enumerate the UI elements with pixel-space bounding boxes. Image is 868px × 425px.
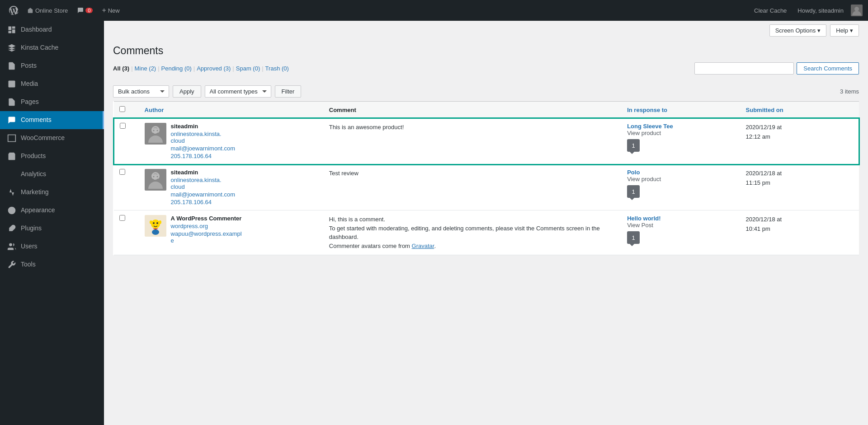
- row1-view-product[interactable]: View product: [627, 130, 661, 136]
- sidebar-item-appearance[interactable]: Appearance: [0, 201, 104, 220]
- svg-point-28: [152, 229, 159, 235]
- filter-trash[interactable]: Trash (0): [265, 65, 289, 72]
- sidebar-label-plugins: Plugins: [21, 224, 42, 233]
- svg-point-25: [156, 222, 158, 224]
- clear-cache-btn[interactable]: Clear Cache: [750, 7, 790, 14]
- col-author[interactable]: Author: [139, 102, 324, 118]
- table-row: siteadmin onlinestorea.kinsta.cloud mail…: [114, 118, 859, 164]
- row1-response-count: 1: [627, 139, 640, 152]
- posts-icon: [7, 61, 16, 70]
- row2-response-title[interactable]: Polo: [627, 169, 640, 176]
- search-comments-button[interactable]: Search Comments: [797, 62, 859, 75]
- row3-comment: Hi, this is a comment. To get started wi…: [324, 210, 622, 255]
- filter-approved[interactable]: Approved (3): [197, 65, 231, 72]
- row3-response: Hello world! View Post 1: [622, 210, 740, 255]
- filter-spam[interactable]: Spam (0): [236, 65, 260, 72]
- svg-point-27: [159, 220, 161, 224]
- filter-pending[interactable]: Pending (0): [161, 65, 192, 72]
- sidebar-item-plugins[interactable]: Plugins: [0, 220, 104, 238]
- svg-point-13: [9, 243, 12, 247]
- row1-cb: [114, 118, 139, 164]
- howdy-user[interactable]: Howdy, siteadmin: [794, 7, 847, 14]
- appearance-icon: [7, 206, 16, 215]
- comments-table: Author Comment In response to Submitted …: [113, 101, 859, 255]
- table-header-row: Author Comment In response to Submitted …: [114, 102, 859, 118]
- svg-point-20: [153, 176, 154, 177]
- search-input[interactable]: [694, 62, 794, 75]
- filter-all[interactable]: All (3): [113, 65, 129, 72]
- row1-author-email[interactable]: mail@joewarnimont.com: [171, 145, 236, 152]
- sidebar-item-pages[interactable]: Pages: [0, 93, 104, 111]
- row2-author-url[interactable]: onlinestorea.kinsta.cloud: [171, 177, 236, 190]
- sidebar-item-products[interactable]: Products: [0, 147, 104, 165]
- row3-author-email[interactable]: wapuu@wordpress.example: [171, 230, 242, 244]
- row3-author-url[interactable]: wordpress.org: [171, 223, 242, 229]
- apply-button[interactable]: Apply: [173, 85, 201, 98]
- row2-checkbox[interactable]: [119, 169, 125, 175]
- dashboard-icon: [7, 25, 16, 34]
- sidebar-item-marketing[interactable]: Marketing: [0, 183, 104, 201]
- row1-author-name: siteadmin: [171, 123, 236, 130]
- row1-author-ip[interactable]: 205.178.106.64: [171, 153, 236, 159]
- row1-checkbox[interactable]: [120, 123, 126, 129]
- row1-submitted-date: 2020/12/19 at: [746, 124, 782, 131]
- row3-response-title[interactable]: Hello world!: [627, 215, 660, 222]
- svg-point-21: [156, 176, 158, 177]
- svg-point-24: [153, 222, 155, 224]
- comments-icon: [7, 116, 16, 125]
- sidebar-item-kinsta-cache[interactable]: Kinsta Cache: [0, 39, 104, 57]
- col-cb: [114, 102, 139, 118]
- bulk-actions-select[interactable]: Bulk actions Approve Mark as Spam Move t…: [113, 85, 169, 98]
- row3-cb: [114, 210, 139, 255]
- svg-point-0: [854, 7, 859, 11]
- col-response[interactable]: In response to: [622, 102, 740, 118]
- sidebar-item-analytics[interactable]: Analytics: [0, 165, 104, 183]
- row1-author: siteadmin onlinestorea.kinsta.cloud mail…: [139, 118, 324, 164]
- sidebar-item-woocommerce[interactable]: WooCommerce: [0, 129, 104, 147]
- svg-point-4: [10, 82, 11, 84]
- row1-response-title[interactable]: Long Sleeve Tee: [627, 123, 673, 130]
- kinsta-icon: [7, 43, 16, 52]
- row3-checkbox[interactable]: [119, 215, 125, 221]
- admin-avatar[interactable]: [851, 5, 863, 16]
- comment-types-select[interactable]: All comment types Comments Pings: [205, 85, 271, 98]
- comments-bubble[interactable]: 0: [73, 7, 96, 14]
- app-body: Dashboard Kinsta Cache Posts Media: [0, 21, 868, 425]
- sidebar-item-comments[interactable]: Comments: [0, 111, 104, 129]
- row1-response: Long Sleeve Tee View product 1: [622, 118, 740, 164]
- row2-author-email[interactable]: mail@joewarnimont.com: [171, 191, 236, 198]
- page-title: Comments: [113, 45, 859, 57]
- col-submitted[interactable]: Submitted on: [741, 102, 859, 118]
- row2-view-product[interactable]: View product: [627, 176, 661, 182]
- sidebar-item-users[interactable]: Users: [0, 238, 104, 256]
- sidebar-label-comments: Comments: [21, 116, 52, 125]
- row2-submitted: 2020/12/18 at 11:15 pm: [741, 164, 859, 210]
- sidebar-item-tools[interactable]: Tools: [0, 256, 104, 274]
- sidebar-item-posts[interactable]: Posts: [0, 57, 104, 75]
- row3-view-post[interactable]: View Post: [627, 222, 653, 229]
- col-comment: Comment: [324, 102, 622, 118]
- sidebar-item-media[interactable]: Media: [0, 75, 104, 93]
- row3-submitted: 2020/12/18 at 10:41 pm: [741, 210, 859, 255]
- row1-author-url[interactable]: onlinestorea.kinsta.cloud: [171, 131, 236, 144]
- row2-author-ip[interactable]: 205.178.106.64: [171, 199, 236, 205]
- sidebar: Dashboard Kinsta Cache Posts Media: [0, 21, 104, 425]
- row1-submitted: 2020/12/19 at 12:12 am: [741, 118, 859, 164]
- gravatar-link[interactable]: Gravatar: [412, 243, 434, 249]
- row3-avatar: [145, 215, 166, 237]
- row2-cb: [114, 164, 139, 210]
- wp-logo[interactable]: [5, 6, 22, 15]
- sidebar-item-dashboard[interactable]: Dashboard: [0, 21, 104, 39]
- new-item[interactable]: + New: [98, 6, 123, 14]
- select-all-checkbox[interactable]: [119, 106, 125, 112]
- row2-author-name: siteadmin: [171, 169, 236, 176]
- row2-response: Polo View product 1: [622, 164, 740, 210]
- filter-mine[interactable]: Mine (2): [135, 65, 156, 72]
- row3-submitted-time: 10:41 pm: [746, 225, 770, 232]
- row2-author-info: siteadmin onlinestorea.kinsta.cloud mail…: [171, 169, 236, 205]
- screen-options-button[interactable]: Screen Options ▾: [769, 24, 827, 37]
- row2-response-count: 1: [627, 185, 640, 198]
- filter-button[interactable]: Filter: [275, 85, 302, 98]
- site-name[interactable]: Online Store: [24, 7, 71, 14]
- help-button[interactable]: Help ▾: [830, 24, 859, 37]
